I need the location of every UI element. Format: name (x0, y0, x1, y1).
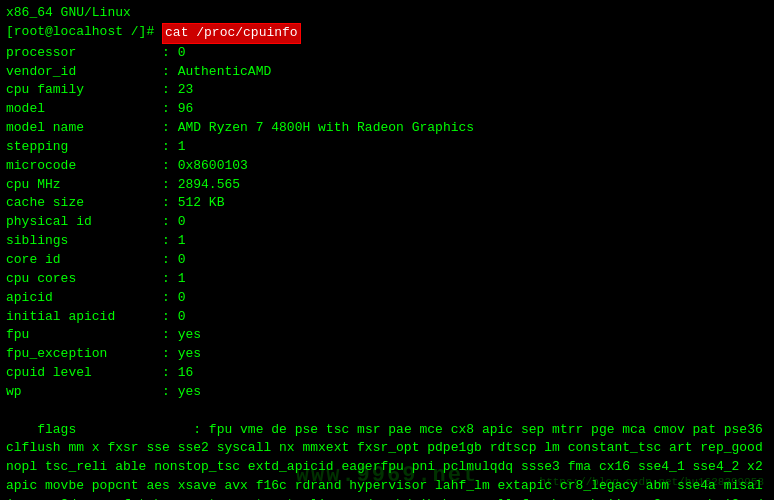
key-cpufamily: cpu family (6, 81, 162, 100)
command-text[interactable]: cat /proc/cpuinfo (162, 23, 301, 44)
line-siblings: siblings : 1 (6, 232, 768, 251)
command-line: [root@localhost /]# cat /proc/cpuinfo (6, 23, 768, 44)
key-coreid: core id (6, 251, 162, 270)
line-cpucores: cpu cores : 1 (6, 270, 768, 289)
key-wp: wp (6, 383, 162, 402)
line-fpu: fpu : yes (6, 326, 768, 345)
val-vendor: : AuthenticAMD (162, 63, 271, 82)
val-model: : 96 (162, 100, 193, 119)
val-microcode: : 0x8600103 (162, 157, 248, 176)
key-cpumhz: cpu MHz (6, 176, 162, 195)
val-apicid: : 0 (162, 289, 185, 308)
key-fpuexception: fpu_exception (6, 345, 162, 364)
line-physicalid: physical id : 0 (6, 213, 768, 232)
val-siblings: : 1 (162, 232, 185, 251)
key-stepping: stepping (6, 138, 162, 157)
line-cachesize: cache size : 512 KB (6, 194, 768, 213)
val-fpuexception: : yes (162, 345, 201, 364)
line-fpuexception: fpu_exception : yes (6, 345, 768, 364)
line-processor: processor : 0 (6, 44, 768, 63)
val-cpuidlevel: : 16 (162, 364, 193, 383)
val-cpumhz: : 2894.565 (162, 176, 240, 195)
header-text: x86_64 GNU/Linux (6, 4, 131, 23)
line-apicid: apicid : 0 (6, 289, 768, 308)
key-fpu: fpu (6, 326, 162, 345)
line-model: model : 96 (6, 100, 768, 119)
val-physicalid: : 0 (162, 213, 185, 232)
key-physicalid: physical id (6, 213, 162, 232)
key-model: model (6, 100, 162, 119)
line-flags: flags : fpu vme de pse tsc msr pae mce c… (6, 402, 768, 500)
val-coreid: : 0 (162, 251, 185, 270)
val-cpufamily: : 23 (162, 81, 193, 100)
key-apicid: apicid (6, 289, 162, 308)
key-initialapicid: initial apicid (6, 308, 162, 327)
line-cpuidlevel: cpuid level : 16 (6, 364, 768, 383)
terminal-window: x86_64 GNU/Linux [root@localhost /]# cat… (0, 0, 774, 500)
header-line: x86_64 GNU/Linux (6, 4, 768, 23)
line-vendor: vendor_id : AuthenticAMD (6, 63, 768, 82)
line-modelname: model name : AMD Ryzen 7 4800H with Rade… (6, 119, 768, 138)
line-stepping: stepping : 1 (6, 138, 768, 157)
key-cpuidlevel: cpuid level (6, 364, 162, 383)
line-coreid: core id : 0 (6, 251, 768, 270)
val-modelname: : AMD Ryzen 7 4800H with Radeon Graphics (162, 119, 474, 138)
val-cpucores: : 1 (162, 270, 185, 289)
key-vendor: vendor_id (6, 63, 162, 82)
line-cpufamily: cpu family : 23 (6, 81, 768, 100)
val-cachesize: : 512 KB (162, 194, 224, 213)
line-microcode: microcode : 0x8600103 (6, 157, 768, 176)
line-cpumhz: cpu MHz : 2894.565 (6, 176, 768, 195)
line-initialapicid: initial apicid : 0 (6, 308, 768, 327)
val-wp: : yes (162, 383, 201, 402)
val-initialapicid: : 0 (162, 308, 185, 327)
line-wp: wp : yes (6, 383, 768, 402)
val-stepping: : 1 (162, 138, 185, 157)
key-cpucores: cpu cores (6, 270, 162, 289)
key-processor: processor (6, 44, 162, 63)
key-flags: flags (37, 422, 193, 437)
key-cachesize: cache size (6, 194, 162, 213)
val-processor: : 0 (162, 44, 185, 63)
val-fpu: : yes (162, 326, 201, 345)
prompt: [root@localhost /]# (6, 23, 154, 44)
key-siblings: siblings (6, 232, 162, 251)
key-modelname: model name (6, 119, 162, 138)
key-microcode: microcode (6, 157, 162, 176)
